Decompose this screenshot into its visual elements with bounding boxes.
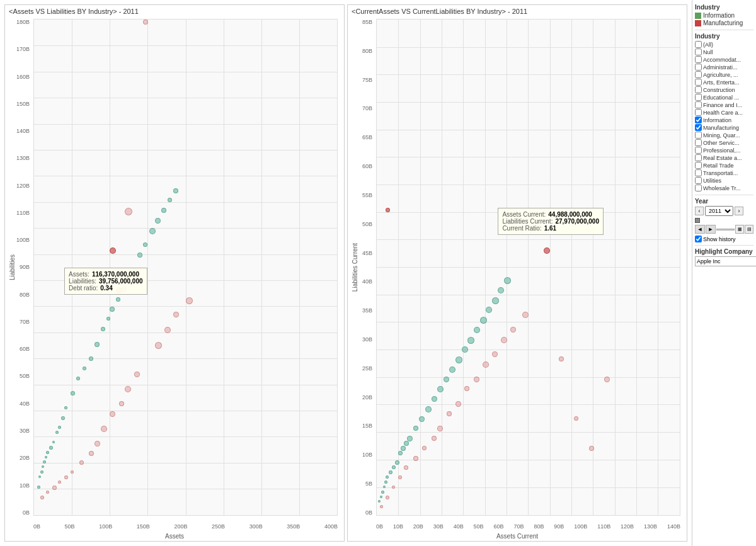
filter-administrati-label: Administrati... bbox=[703, 64, 738, 71]
filter-agriculture-label: Agriculture, ... bbox=[703, 72, 738, 78]
industry-filter-title: Industry bbox=[695, 33, 753, 40]
highlight-title: Highlight Company bbox=[695, 248, 753, 255]
chart1-y-label: Liabilities bbox=[9, 254, 16, 280]
year-next-button[interactable]: › bbox=[735, 207, 743, 215]
filter-utilities-checkbox[interactable] bbox=[695, 177, 702, 184]
filter-other-servic[interactable]: Other Servic... bbox=[695, 139, 753, 146]
show-history-row: Show history bbox=[695, 236, 753, 242]
show-history-label: Show history bbox=[703, 236, 736, 242]
chart2-y-label: Liabilities Current bbox=[352, 243, 359, 292]
chart2-gridlines bbox=[377, 20, 680, 515]
filter-educational-checkbox[interactable] bbox=[695, 94, 702, 101]
filter-mining-label: Mining, Quar... bbox=[703, 132, 740, 139]
filter-construction-checkbox[interactable] bbox=[695, 86, 702, 93]
chart1-plot-area: Assets: 116,370,000,000 Liabilities: 39,… bbox=[33, 19, 338, 516]
filter-administrati[interactable]: Administrati... bbox=[695, 64, 753, 71]
filter-agriculture-checkbox[interactable] bbox=[695, 71, 702, 78]
filter-accommodat-label: Accommodat... bbox=[703, 57, 741, 63]
filter-transportation[interactable]: Transportati... bbox=[695, 169, 753, 176]
filter-transportation-checkbox[interactable] bbox=[695, 169, 702, 176]
filter-administrati-checkbox[interactable] bbox=[695, 64, 702, 71]
year-select[interactable]: 2011 2010 2009 2008 2012 2013 bbox=[705, 206, 733, 216]
filter-utilities[interactable]: Utilities bbox=[695, 177, 753, 184]
filter-null[interactable]: Null bbox=[695, 48, 753, 55]
filter-mining-checkbox[interactable] bbox=[695, 132, 702, 139]
filter-health-care-label: Health Care a... bbox=[703, 110, 743, 116]
filter-information-label: Information bbox=[703, 117, 731, 123]
filter-null-label: Null bbox=[703, 49, 713, 55]
grid-btn-2[interactable]: ▤ bbox=[745, 225, 753, 234]
filter-information[interactable]: Information bbox=[695, 117, 753, 123]
filter-professional[interactable]: Professional,... bbox=[695, 147, 753, 154]
filter-educational-label: Educational ... bbox=[703, 94, 739, 101]
chart1-title: <Assets VS Liabilities BY Industry> - 20… bbox=[5, 5, 344, 18]
chart1-gridlines bbox=[34, 20, 337, 515]
playback-controls: ◄ ► ▦ ▤ bbox=[695, 225, 753, 234]
legend-color-manufacturing bbox=[695, 20, 701, 26]
filter-finance[interactable]: Finance and I... bbox=[695, 101, 753, 108]
main-container: <Assets VS Liabilities BY Industry> - 20… bbox=[0, 0, 756, 546]
chart1-x-axis: 0B 50B 100B 150B 200B 250B 300B 350B 400… bbox=[33, 523, 338, 530]
filter-retail-trade[interactable]: Retail Trade bbox=[695, 162, 753, 169]
filter-other-servic-checkbox[interactable] bbox=[695, 139, 702, 146]
filter-finance-checkbox[interactable] bbox=[695, 101, 702, 108]
filter-retail-trade-checkbox[interactable] bbox=[695, 162, 702, 169]
highlight-company-input[interactable] bbox=[695, 256, 756, 266]
filter-arts-checkbox[interactable] bbox=[695, 79, 702, 86]
filter-wholesale-label: Wholesale Tr... bbox=[703, 185, 741, 191]
filter-real-estate-label: Real Estate a... bbox=[703, 155, 742, 161]
filter-information-checkbox[interactable] bbox=[695, 117, 702, 123]
filter-wholesale[interactable]: Wholesale Tr... bbox=[695, 185, 753, 191]
filter-retail-trade-label: Retail Trade bbox=[703, 162, 734, 169]
legend-label-information: Information bbox=[703, 12, 735, 19]
chart2-x-label: Assets Current bbox=[348, 532, 687, 540]
filter-construction[interactable]: Construction bbox=[695, 86, 753, 93]
filter-real-estate-checkbox[interactable] bbox=[695, 154, 702, 161]
filter-manufacturing-checkbox[interactable] bbox=[695, 124, 702, 131]
chart2-container: <CurrentAssets VS CurrentLiabilities BY … bbox=[347, 4, 687, 542]
show-history-checkbox[interactable] bbox=[695, 236, 702, 242]
chart1-container: <Assets VS Liabilities BY Industry> - 20… bbox=[4, 4, 345, 542]
year-control: ‹ 2011 2010 2009 2008 2012 2013 › bbox=[695, 206, 753, 216]
filter-utilities-label: Utilities bbox=[703, 178, 721, 184]
legend-color-information bbox=[695, 13, 701, 19]
year-section: Year ‹ 2011 2010 2009 2008 2012 2013 › ◄ bbox=[695, 195, 753, 242]
play-forward-button[interactable]: ► bbox=[706, 225, 716, 234]
filter-arts-label: Arts, Enterta... bbox=[703, 79, 740, 86]
filter-wholesale-checkbox[interactable] bbox=[695, 185, 702, 191]
chart2-plot-area: Assets Current: 44,988,000,000 Liabiliti… bbox=[376, 19, 680, 516]
highlight-input-row: ✕ bbox=[695, 256, 753, 266]
industry-filter-section: Industry (All) Null Accommodat... Admini… bbox=[695, 30, 753, 192]
filter-all-label: (All) bbox=[703, 42, 713, 48]
filter-arts[interactable]: Arts, Enterta... bbox=[695, 79, 753, 86]
right-panel: Industry Information Manufacturing Indus… bbox=[692, 0, 756, 546]
filter-manufacturing[interactable]: Manufacturing bbox=[695, 124, 753, 131]
play-back-button[interactable]: ◄ bbox=[695, 225, 705, 234]
filter-transportation-label: Transportati... bbox=[703, 170, 738, 176]
filter-health-care[interactable]: Health Care a... bbox=[695, 109, 753, 116]
filter-mining[interactable]: Mining, Quar... bbox=[695, 132, 753, 139]
filter-all-checkbox[interactable] bbox=[695, 41, 702, 48]
filter-educational[interactable]: Educational ... bbox=[695, 94, 753, 101]
legend-title: Industry bbox=[695, 4, 753, 11]
grid-buttons: ▦ ▤ bbox=[735, 225, 753, 234]
highlight-section: Highlight Company ✕ bbox=[695, 245, 753, 266]
filter-accommodat-checkbox[interactable] bbox=[695, 56, 702, 63]
filter-agriculture[interactable]: Agriculture, ... bbox=[695, 71, 753, 78]
filter-null-checkbox[interactable] bbox=[695, 48, 702, 55]
filter-construction-label: Construction bbox=[703, 87, 735, 93]
chart2-x-axis: 0B 10B 20B 30B 40B 50B 60B 70B 80B 90B 1… bbox=[376, 523, 680, 530]
filter-accommodat[interactable]: Accommodat... bbox=[695, 56, 753, 63]
filter-other-servic-label: Other Servic... bbox=[703, 140, 740, 146]
filter-all[interactable]: (All) bbox=[695, 41, 753, 48]
filter-health-care-checkbox[interactable] bbox=[695, 109, 702, 116]
legend-label-manufacturing: Manufacturing bbox=[703, 20, 743, 26]
grid-btn-1[interactable]: ▦ bbox=[735, 225, 744, 234]
filter-real-estate[interactable]: Real Estate a... bbox=[695, 154, 753, 161]
charts-area: <Assets VS Liabilities BY Industry> - 20… bbox=[0, 0, 692, 546]
filter-professional-checkbox[interactable] bbox=[695, 147, 702, 154]
year-prev-button[interactable]: ‹ bbox=[695, 207, 704, 215]
filter-professional-label: Professional,... bbox=[703, 147, 741, 154]
chart1-x-label: Assets bbox=[5, 532, 344, 540]
legend-item-information: Information bbox=[695, 12, 753, 19]
